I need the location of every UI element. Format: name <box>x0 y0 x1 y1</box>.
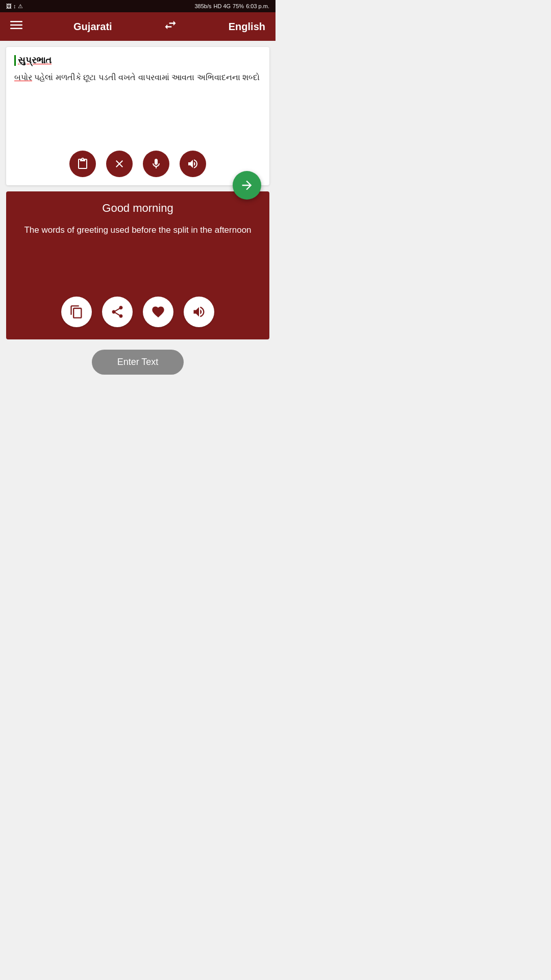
favorite-translation-button[interactable] <box>143 297 173 327</box>
output-panel: Good morning The words of greeting used … <box>6 191 269 339</box>
translation-title: Good morning <box>14 202 261 215</box>
source-text-body: બપોર પહેલાં મળતીકે છૂટા પડતી વખતે વાપરવા… <box>14 71 261 112</box>
svg-rect-2 <box>10 28 22 30</box>
svg-rect-1 <box>10 24 22 26</box>
translation-body: The words of greeting used before the sp… <box>14 223 261 284</box>
network-type: HD 4G <box>213 3 231 9</box>
app-header: Gujarati English <box>0 12 276 41</box>
source-word-title: સુપ્રભાત <box>14 55 261 66</box>
source-underlined-word: બપોર <box>14 73 32 82</box>
input-action-buttons <box>14 151 261 177</box>
output-action-buttons <box>14 297 261 331</box>
time: 6:03 p.m. <box>246 3 269 9</box>
speaker-output-button[interactable] <box>184 297 214 327</box>
status-icons: 🖼 ↕ ⚠ <box>6 3 23 10</box>
menu-button[interactable] <box>10 19 22 34</box>
source-rest-text: પહેલાં મળતીકે છૂટા પડતી વખતે વાપરવામાં આ… <box>34 73 260 82</box>
clear-button[interactable] <box>106 151 133 177</box>
microphone-button[interactable] <box>143 151 169 177</box>
status-bar: 🖼 ↕ ⚠ 385b/s HD 4G 75% 6:03 p.m. <box>0 0 276 12</box>
enter-text-button[interactable]: Enter Text <box>92 350 184 375</box>
translate-fab-button[interactable] <box>233 171 261 200</box>
copy-translation-button[interactable] <box>61 297 92 327</box>
svg-rect-0 <box>10 21 22 22</box>
source-language[interactable]: Gujarati <box>73 21 112 33</box>
status-right: 385b/s HD 4G 75% 6:03 p.m. <box>194 3 269 9</box>
battery: 75% <box>233 3 244 9</box>
input-panel: સુપ્રભાત બપોર પહેલાં મળતીકે છૂટા પડતી વખ… <box>6 47 269 185</box>
status-left: 🖼 ↕ ⚠ <box>6 3 23 10</box>
network-speed: 385b/s <box>194 3 211 9</box>
swap-languages-button[interactable] <box>163 18 178 35</box>
share-translation-button[interactable] <box>102 297 133 327</box>
target-language[interactable]: English <box>229 21 265 33</box>
speaker-input-button[interactable] <box>180 151 206 177</box>
clipboard-button[interactable] <box>69 151 96 177</box>
